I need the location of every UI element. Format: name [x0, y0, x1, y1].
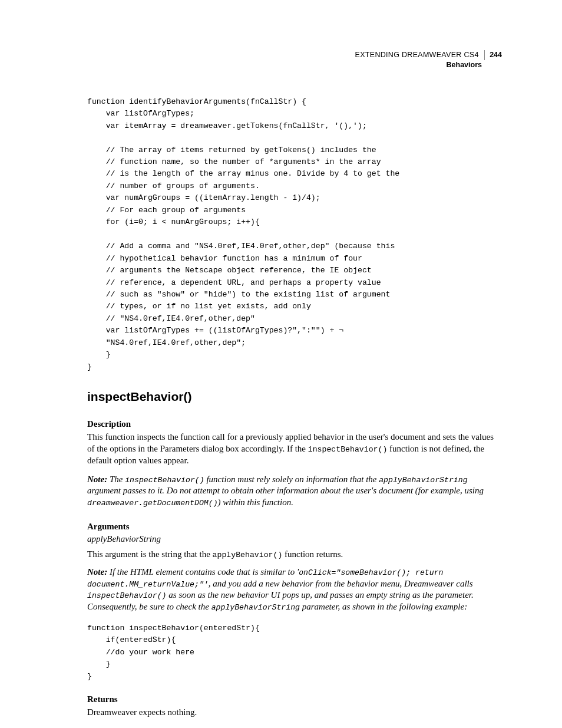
text: This argument is the string that the	[87, 549, 213, 559]
argument-name: applyBehaviorString	[87, 534, 502, 544]
code-inline: inspectBehavior()	[87, 591, 167, 600]
section-arguments: Arguments applyBehaviorString This argum…	[87, 522, 502, 613]
code-inline: applyBehavior()	[213, 551, 283, 559]
code-inline: inspectBehavior()	[125, 476, 204, 485]
note-label: Note:	[87, 475, 107, 484]
text: function returns.	[282, 549, 343, 559]
description-note: Note: The inspectBehavior() function mus…	[87, 474, 502, 509]
text: ) within this function.	[218, 498, 293, 507]
section-returns: Returns Dreamweaver expects nothing.	[87, 694, 502, 719]
note-label: Note:	[87, 567, 107, 577]
text: , and you add a new behavior from the be…	[209, 579, 473, 588]
header-title: EXTENDING DREAMWEAVER CS4	[355, 51, 479, 59]
text: If the HTML element contains code that i…	[107, 567, 299, 577]
text: function must rely solely on information…	[204, 475, 379, 484]
page-number: 244	[484, 50, 502, 60]
argument-description: This argument is the string that the app…	[87, 549, 502, 561]
code-inline: applyBehaviorString	[379, 476, 467, 485]
text: argument passes to it. Do not attempt to…	[87, 486, 484, 495]
label-description: Description	[87, 419, 502, 429]
label-returns: Returns	[87, 694, 502, 704]
code-inline: inspectBehavior()	[308, 445, 388, 454]
returns-text: Dreamweaver expects nothing.	[87, 707, 502, 719]
description-paragraph: This function inspects the function call…	[87, 431, 502, 466]
page-content: EXTENDING DREAMWEAVER CS4 244 Behaviors …	[87, 50, 502, 728]
arguments-note: Note: If the HTML element contains code …	[87, 566, 502, 613]
text: parameter, as shown in the following exa…	[300, 602, 467, 611]
code-inline: applyBehaviorString	[211, 603, 300, 612]
section-description: Description This function inspects the f…	[87, 419, 502, 509]
text: The	[107, 475, 125, 484]
heading-inspect-behavior: inspectBehavior()	[87, 390, 502, 404]
running-header: EXTENDING DREAMWEAVER CS4 244 Behaviors	[87, 50, 502, 70]
label-arguments: Arguments	[87, 522, 502, 532]
code-identify-behavior-arguments: function identifyBehaviorArguments(fnCal…	[87, 96, 502, 373]
code-inspect-behavior: function inspectBehavior(enteredStr){ if…	[87, 622, 502, 683]
code-inline: dreamweaver.getDocumentDOM()	[87, 499, 218, 508]
header-section: Behaviors	[87, 60, 502, 70]
